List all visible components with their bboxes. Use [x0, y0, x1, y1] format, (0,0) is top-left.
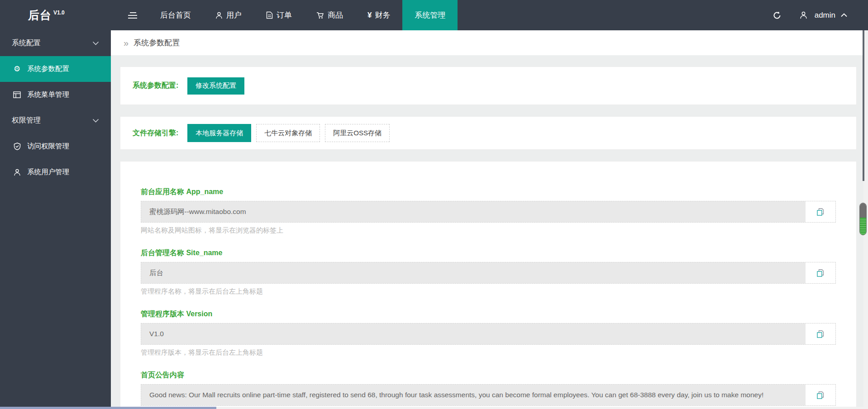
- input-value[interactable]: Good news: Our Mall recruits online part…: [141, 385, 806, 405]
- storage-option-qiniu-button[interactable]: 七牛云对象存储: [256, 124, 320, 142]
- sidebar-item-label: 访问权限管理: [27, 142, 69, 151]
- menu-panel-icon: [13, 91, 21, 98]
- nav-item-system[interactable]: 系统管理: [402, 0, 458, 30]
- field-hint: 管理程序名称，将显示在后台左上角标题: [141, 287, 836, 296]
- form-field-home-announcement: 首页公告内容 Good news: Our Mall recruits onli…: [141, 371, 836, 406]
- system-config-label: 系统参数配置:: [133, 81, 178, 90]
- person-icon: [13, 169, 21, 176]
- chevron-down-icon: [92, 119, 99, 123]
- sidebar: 系统配置 ⚙ 系统参数配置 系统菜单管理 权限管理 访问权限管理 系统用户管理: [0, 30, 111, 409]
- user-menu[interactable]: admin: [800, 11, 847, 20]
- sidebar-item-label: 系统菜单管理: [27, 90, 69, 100]
- copy-button[interactable]: [806, 262, 835, 283]
- nav-item-label: 订单: [277, 10, 292, 20]
- username: admin: [815, 11, 835, 20]
- input-value[interactable]: 蜜桃源码网--www.mitaobo.com: [141, 201, 806, 222]
- main-content: » 系统参数配置 系统参数配置: 修改系统配置 文件存储引擎: 本地服务器存储 …: [111, 30, 868, 409]
- input-value[interactable]: V1.0: [141, 323, 806, 344]
- nav-item-label: 后台首页: [160, 10, 191, 20]
- copy-button[interactable]: [806, 385, 835, 405]
- refresh-icon[interactable]: [773, 11, 782, 20]
- nav-item-finance[interactable]: ¥ 财务: [355, 0, 402, 30]
- page-title: 系统参数配置: [134, 38, 180, 48]
- storage-option-local-button[interactable]: 本地服务器存储: [187, 124, 251, 142]
- storage-engine-label: 文件存储引擎:: [133, 128, 178, 138]
- sidebar-group-permissions[interactable]: 权限管理: [0, 108, 111, 133]
- app-logo-text: 后台: [28, 9, 52, 21]
- sidebar-item-system-users[interactable]: 系统用户管理: [0, 159, 111, 185]
- app-version: V1.0: [53, 10, 65, 16]
- cart-icon: [316, 12, 324, 19]
- hamburger-icon[interactable]: [128, 10, 138, 20]
- copy-icon: [816, 269, 825, 277]
- copy-icon: [816, 330, 825, 338]
- copy-icon: [816, 391, 825, 399]
- sidebar-item-system-params[interactable]: ⚙ 系统参数配置: [0, 56, 111, 82]
- main-nav: 后台首页 用户 订单 商品 ¥ 财务 系统管理: [148, 0, 458, 30]
- gear-icon: ⚙: [13, 65, 21, 73]
- chevron-down-icon: [92, 41, 99, 45]
- nav-item-label: 用户: [226, 10, 242, 20]
- app-name-input[interactable]: 蜜桃源码网--www.mitaobo.com: [141, 201, 836, 223]
- sidebar-item-system-menus[interactable]: 系统菜单管理: [0, 82, 111, 108]
- nav-item-dashboard[interactable]: 后台首页: [148, 0, 203, 30]
- nav-item-orders[interactable]: 订单: [254, 0, 304, 30]
- horizontal-scrollbar-thumb[interactable]: [0, 407, 216, 409]
- storage-option-alioss-button[interactable]: 阿里云OSS存储: [325, 124, 390, 142]
- sidebar-group-system-config[interactable]: 系统配置: [0, 30, 111, 56]
- copy-button[interactable]: [806, 323, 835, 344]
- chevron-up-icon: [841, 13, 847, 17]
- document-icon: [266, 11, 273, 19]
- person-icon: [800, 11, 807, 19]
- field-label: 前台应用名称 App_name: [141, 187, 836, 197]
- copy-icon: [816, 208, 825, 216]
- nav-item-users[interactable]: 用户: [203, 0, 254, 30]
- field-label: 管理程序版本 Version: [141, 309, 836, 319]
- navbar-right: admin: [773, 11, 868, 20]
- inner-scrollbar-thumb[interactable]: [859, 203, 867, 235]
- sidebar-group-label: 系统配置: [12, 38, 41, 48]
- system-config-card: 系统参数配置: 修改系统配置: [120, 67, 857, 105]
- app-logo: 后台V1.0: [0, 8, 111, 23]
- version-input[interactable]: V1.0: [141, 323, 836, 345]
- sidebar-item-label: 系统参数配置: [27, 64, 69, 74]
- form-field-version: 管理程序版本 Version V1.0 管理程序版本，将显示在后台左上角标题: [141, 309, 836, 357]
- nav-item-label: 商品: [328, 10, 343, 20]
- field-label: 后台管理名称 Site_name: [141, 248, 836, 258]
- site-name-input[interactable]: 后台: [141, 262, 836, 284]
- double-chevron-icon: »: [124, 38, 129, 48]
- sidebar-item-label: 系统用户管理: [27, 167, 69, 177]
- storage-engine-card: 文件存储引擎: 本地服务器存储 七牛云对象存储 阿里云OSS存储: [120, 116, 857, 150]
- form-field-app-name: 前台应用名称 App_name 蜜桃源码网--www.mitaobo.com 网…: [141, 187, 836, 235]
- vertical-scrollbar-thumb[interactable]: [863, 30, 864, 181]
- announcement-input[interactable]: Good news: Our Mall recruits online part…: [141, 384, 836, 406]
- shield-check-icon: [13, 143, 21, 150]
- field-hint: 管理程序版本，将显示在后台左上角标题: [141, 348, 836, 357]
- sidebar-item-access-permission[interactable]: 访问权限管理: [0, 133, 111, 159]
- top-navbar: 后台V1.0 后台首页 用户 订单 商品 ¥ 财务: [0, 0, 868, 30]
- field-label: 首页公告内容: [141, 371, 836, 380]
- sidebar-group-label: 权限管理: [12, 116, 41, 125]
- nav-item-label: 系统管理: [415, 10, 445, 20]
- input-value[interactable]: 后台: [141, 262, 806, 283]
- person-icon: [215, 12, 223, 19]
- yen-icon: ¥: [367, 11, 372, 20]
- breadcrumb: » 系统参数配置: [111, 30, 868, 55]
- form-field-site-name: 后台管理名称 Site_name 后台 管理程序名称，将显示在后台左上角标题: [141, 248, 836, 296]
- field-hint: 网站名称及网站图标，将显示在浏览器的标签上: [141, 226, 836, 235]
- params-form-card: 前台应用名称 App_name 蜜桃源码网--www.mitaobo.com 网…: [120, 161, 857, 409]
- nav-item-label: 财务: [375, 10, 390, 20]
- copy-button[interactable]: [806, 201, 835, 222]
- nav-item-goods[interactable]: 商品: [304, 0, 355, 30]
- modify-system-config-button[interactable]: 修改系统配置: [187, 77, 244, 95]
